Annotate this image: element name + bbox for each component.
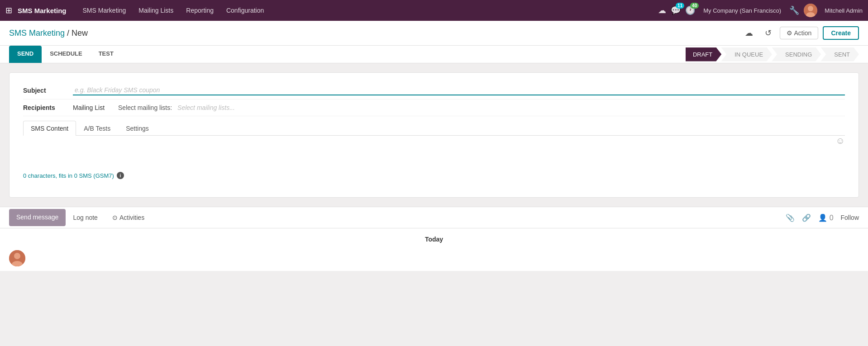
- status-sending: SENDING: [772, 47, 821, 62]
- activity-count: 40: [690, 3, 699, 9]
- activity-icon[interactable]: 🕐 40: [685, 5, 695, 15]
- company-label: My Company (San Francisco): [703, 7, 781, 14]
- recipient-type[interactable]: Mailing List: [73, 104, 105, 111]
- action-button[interactable]: ⚙ Action: [780, 27, 818, 39]
- nav-icons: ☁ 💬 11 🕐 40 My Company (San Francisco) 🔧…: [658, 4, 863, 17]
- tab-ab-tests[interactable]: A/B Tests: [76, 121, 118, 136]
- status-draft: DRAFT: [686, 47, 721, 62]
- send-button[interactable]: SEND: [9, 46, 42, 63]
- status-inqueue: IN QUEUE: [721, 47, 772, 62]
- refresh-icon[interactable]: ↺: [761, 26, 775, 40]
- activities-tab[interactable]: ⊙ Activities: [105, 209, 152, 226]
- app-grid-icon[interactable]: ⊞: [5, 5, 12, 15]
- breadcrumb-current: New: [72, 28, 88, 38]
- chat-count: 11: [676, 3, 684, 9]
- send-message-tab[interactable]: Send message: [9, 209, 66, 226]
- subject-input[interactable]: [73, 85, 845, 95]
- toolbar: SEND SCHEDULE TEST DRAFT IN QUEUE SENDIN…: [0, 46, 868, 63]
- page-content: Subject Recipients Mailing List Select m…: [0, 63, 868, 346]
- schedule-button[interactable]: SCHEDULE: [42, 46, 91, 63]
- breadcrumb-bar: SMS Marketing / New ☁ ↺ ⚙ Action Create: [0, 21, 868, 46]
- content-tabs: SMS Content A/B Tests Settings: [23, 121, 845, 136]
- chatter-avatar: [9, 250, 25, 266]
- log-note-tab[interactable]: Log note: [66, 209, 105, 226]
- mailing-select-input[interactable]: [176, 103, 845, 112]
- create-button[interactable]: Create: [823, 26, 859, 40]
- test-button[interactable]: TEST: [91, 46, 122, 63]
- recipients-label: Recipients: [23, 104, 73, 111]
- app-title: SMS Marketing: [18, 7, 67, 14]
- subject-row: Subject: [23, 82, 845, 100]
- svg-point-1: [808, 6, 813, 11]
- nav-sms-marketing[interactable]: SMS Marketing: [77, 5, 132, 16]
- breadcrumb-parent[interactable]: SMS Marketing: [9, 28, 65, 38]
- svg-point-4: [14, 253, 20, 259]
- breadcrumb: SMS Marketing / New: [9, 28, 88, 38]
- cloud-icon[interactable]: ☁: [658, 5, 666, 15]
- paperclip-icon[interactable]: 🔗: [802, 213, 811, 222]
- form-card: Subject Recipients Mailing List Select m…: [9, 72, 859, 198]
- nav-configuration[interactable]: Configuration: [221, 5, 269, 16]
- mailing-label: Select mailing lists:: [118, 104, 172, 111]
- chatter-tabs: Send message Log note ⊙ Activities 📎 🔗 👤…: [0, 207, 868, 228]
- tab-sms-content[interactable]: SMS Content: [23, 121, 76, 136]
- attachment-icon[interactable]: 📎: [786, 213, 795, 222]
- status-sent: SENT: [820, 47, 859, 62]
- followers-count: 0: [830, 214, 834, 222]
- info-icon[interactable]: i: [117, 172, 124, 179]
- avatar: [804, 4, 817, 17]
- breadcrumb-actions: ☁ ↺ ⚙ Action Create: [741, 26, 859, 40]
- char-count: 0 characters, fits in 0 SMS (GSM7) i: [23, 172, 845, 179]
- status-steps: DRAFT IN QUEUE SENDING SENT: [686, 47, 859, 62]
- chatter-actions: 📎 🔗 👤 0 Follow: [786, 213, 859, 222]
- activities-label: Activities: [119, 214, 144, 221]
- followers-icon[interactable]: 👤 0: [818, 213, 833, 222]
- user-name: Mitchell Admin: [825, 7, 863, 14]
- settings-icon[interactable]: 🔧: [789, 5, 799, 15]
- form-area: Subject Recipients Mailing List Select m…: [0, 63, 868, 207]
- emoji-button[interactable]: ☺: [836, 136, 845, 146]
- today-label: Today: [0, 228, 868, 250]
- top-navigation: ⊞ SMS Marketing SMS Marketing Mailing Li…: [0, 0, 868, 21]
- tab-content: ☺ 0 characters, fits in 0 SMS (GSM7) i: [23, 136, 845, 188]
- chat-icon[interactable]: 💬 11: [671, 5, 681, 15]
- recipients-row: Recipients Mailing List Select mailing l…: [23, 100, 845, 116]
- upload-icon[interactable]: ☁: [741, 26, 757, 40]
- subject-label: Subject: [23, 87, 73, 94]
- chatter-bar: Send message Log note ⊙ Activities 📎 🔗 👤…: [0, 207, 868, 271]
- clock-icon: ⊙: [112, 214, 118, 221]
- tab-settings[interactable]: Settings: [118, 121, 157, 136]
- chatter-avatar-row: [0, 250, 868, 271]
- nav-reporting[interactable]: Reporting: [181, 5, 219, 16]
- follow-button[interactable]: Follow: [841, 214, 859, 221]
- status-bar: DRAFT IN QUEUE SENDING SENT: [122, 47, 859, 62]
- nav-mailing-lists[interactable]: Mailing Lists: [133, 5, 179, 16]
